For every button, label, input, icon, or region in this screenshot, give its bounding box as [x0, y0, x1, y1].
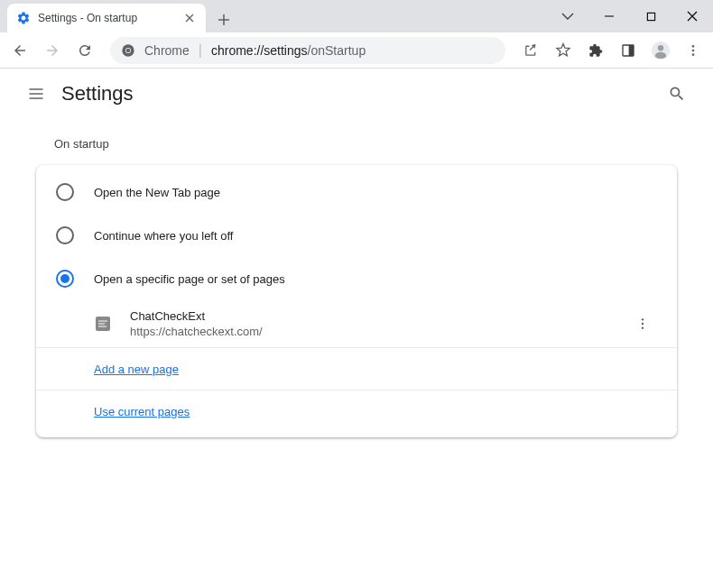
svg-rect-0: [647, 13, 654, 20]
option-new-tab[interactable]: Open the New Tab page: [36, 170, 677, 214]
startup-options-card: Open the New Tab page Continue where you…: [36, 165, 677, 437]
maximize-button[interactable]: [630, 0, 671, 32]
radio-icon: [56, 183, 74, 201]
back-button[interactable]: [5, 36, 34, 65]
forward-button[interactable]: [38, 36, 67, 65]
address-bar[interactable]: Chrome | chrome://settings/onStartup: [110, 37, 505, 64]
page-name: ChatCheckExt: [130, 309, 628, 323]
tab-bar: Settings - On startup: [0, 0, 713, 32]
close-tab-icon[interactable]: [182, 11, 197, 25]
page-url: https://chatcheckext.com/: [130, 325, 628, 338]
svg-point-10: [692, 53, 695, 56]
tab-title: Settings - On startup: [38, 12, 175, 24]
address-scheme: Chrome: [144, 43, 190, 58]
page-info: ChatCheckExt https://chatcheckext.com/: [130, 309, 628, 338]
section-title: On startup: [36, 137, 677, 151]
window-controls: [547, 0, 713, 32]
menu-button[interactable]: [679, 36, 708, 65]
page-favicon-icon: [94, 315, 112, 333]
svg-point-3: [126, 48, 131, 52]
close-window-button[interactable]: [671, 0, 713, 32]
svg-point-9: [692, 49, 695, 51]
radio-icon: [56, 270, 74, 288]
option-continue[interactable]: Continue where you left off: [36, 214, 677, 257]
tab-search-button[interactable]: [547, 0, 588, 32]
settings-content: On startup Open the New Tab page Continu…: [0, 119, 713, 455]
add-page-row[interactable]: Add a new page: [36, 347, 677, 390]
svg-point-7: [658, 45, 663, 51]
reload-button[interactable]: [70, 36, 99, 65]
svg-point-14: [642, 326, 644, 328]
search-button[interactable]: [659, 76, 695, 112]
side-panel-button[interactable]: [614, 36, 643, 65]
profile-button[interactable]: [646, 36, 675, 65]
svg-point-12: [642, 318, 644, 320]
address-divider: |: [199, 42, 202, 59]
page-more-button[interactable]: [628, 309, 657, 338]
startup-page-entry: ChatCheckExt https://chatcheckext.com/: [36, 300, 677, 347]
use-current-row[interactable]: Use current pages: [36, 390, 677, 432]
bookmark-button[interactable]: [549, 36, 578, 65]
chrome-logo-icon: [121, 43, 135, 58]
hamburger-menu-button[interactable]: [18, 76, 54, 112]
minimize-button[interactable]: [588, 0, 630, 32]
radio-icon: [56, 226, 74, 244]
settings-gear-icon: [16, 11, 31, 25]
option-specific-pages[interactable]: Open a specific page or set of pages: [36, 257, 677, 300]
page-title: Settings: [61, 82, 134, 106]
svg-rect-5: [629, 45, 634, 56]
share-button[interactable]: [516, 36, 545, 65]
radio-label: Open a specific page or set of pages: [94, 272, 285, 286]
address-url: chrome://settings: [211, 43, 308, 58]
browser-toolbar: Chrome | chrome://settings/onStartup: [0, 32, 713, 69]
svg-point-13: [642, 323, 644, 325]
extensions-button[interactable]: [581, 36, 610, 65]
svg-point-8: [692, 45, 695, 48]
browser-tab[interactable]: Settings - On startup: [7, 4, 206, 32]
address-subpath: /onStartup: [308, 43, 366, 58]
settings-header: Settings: [0, 69, 713, 119]
add-page-link[interactable]: Add a new page: [94, 363, 179, 376]
use-current-link[interactable]: Use current pages: [94, 405, 190, 418]
radio-label: Open the New Tab page: [94, 186, 220, 199]
radio-label: Continue where you left off: [94, 229, 233, 243]
new-tab-button[interactable]: [211, 7, 236, 32]
